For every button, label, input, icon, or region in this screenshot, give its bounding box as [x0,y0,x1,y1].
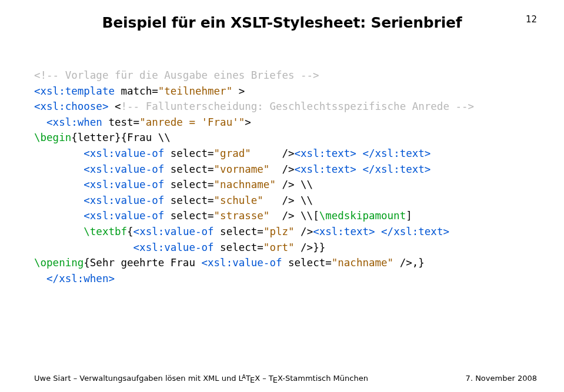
code-plain: { [127,226,134,237]
code-comment: <!-- Vorlage für die Ausgabe eines Brief… [34,69,319,81]
slide: Beispiel für ein XSLT-Stylesheet: Serien… [0,0,564,392]
code-comment: !-- Fallunterscheidung: Geschlechtsspezi… [121,100,475,112]
code-plain [34,163,84,175]
page-number: 12 [526,14,537,25]
code-tag: <xsl:value-of [134,226,214,237]
code-plain [34,148,84,159]
latex-logo: LA [239,374,246,383]
code-string: "ort" [263,242,295,253]
code-plain [34,226,84,237]
code-plain [34,116,46,128]
code-plain [34,273,46,284]
code-plain [34,179,84,190]
code-tag: <xsl:value-of [84,210,164,222]
code-plain: test= [102,116,139,128]
code-plain [34,195,84,206]
code-plain: ] [406,210,412,222]
code-string: "grad" [214,148,251,159]
code-plain: match= [115,85,158,97]
code-func: \opening [34,257,84,269]
code-plain: > [245,116,251,128]
code-tag: <xsl:value-of [201,257,282,269]
code-plain: /> [269,163,294,175]
code-tag: <xsl:when [46,116,102,128]
code-func: \textbf [84,226,127,237]
code-plain: /> [295,226,313,237]
code-plain [375,226,382,237]
code-plain: select= [214,242,263,253]
code-plain: select= [164,195,213,206]
code-string: "nachname" [332,257,393,269]
footer: Uwe Siart – Verwaltungsaufgaben lösen mi… [34,374,537,383]
code-string: "plz" [263,226,295,237]
code-string: "schule" [214,195,263,206]
code-string: "vorname" [214,163,270,175]
code-plain: < [108,100,121,112]
code-plain: />,} [393,257,425,269]
code-tag: <xsl:choose> [34,100,108,112]
tex-logo: TE [246,374,255,383]
code-plain: > [232,85,245,97]
code-plain: select= [164,179,213,190]
code-tag: <xsl:value-of [84,148,164,159]
footer-author: Uwe Siart – Verwaltungsaufgaben lösen mi… [34,374,239,383]
code-string: "anrede = 'Frau'" [139,116,245,128]
code-plain: select= [214,226,263,237]
code-tag: <xsl:text> [295,148,356,159]
code-plain: select= [164,163,213,175]
code-string: "teilnehmer" [158,85,232,97]
slide-title: Beispiel für ein XSLT-Stylesheet: Serien… [34,14,530,31]
code-string: "strasse" [214,210,270,222]
code-plain: select= [164,210,213,222]
code-tag: <xsl:value-of [134,242,214,253]
footer-left: Uwe Siart – Verwaltungsaufgaben lösen mi… [34,374,368,383]
code-plain [34,210,84,222]
footer-date: 7. November 2008 [466,374,537,383]
code-tag: <xsl:template [34,85,115,97]
code-tag: </xsl:text> [362,163,430,175]
code-plain [356,163,363,175]
tex-logo: TE [269,374,278,383]
code-plain [356,148,363,159]
code-plain: /> [251,148,295,159]
code-tag: </xsl:text> [381,226,449,237]
code-listing: <!-- Vorlage für die Ausgabe eines Brief… [34,68,530,286]
code-plain: /> \\ [276,179,313,190]
code-tag: <xsl:text> [295,163,356,175]
code-tag: </xsl:text> [362,148,430,159]
code-tag: <xsl:value-of [84,195,164,206]
code-plain: /> \\ [263,195,313,206]
code-tag: <xsl:value-of [84,179,164,190]
code-plain: />}} [295,242,326,253]
code-tag: <xsl:text> [313,226,375,237]
code-func: \begin [34,132,71,143]
code-tag: <xsl:value-of [84,163,164,175]
code-plain: select= [164,148,213,159]
code-plain: {Sehr geehrte Frau [84,257,201,269]
code-plain: {letter}{Frau \\ [71,132,171,143]
code-plain: select= [282,257,331,269]
code-tag: </xsl:when> [46,273,115,284]
code-string: "nachname" [214,179,276,190]
code-func: \medskipamount [319,210,406,222]
code-plain: /> \\[ [269,210,319,222]
code-plain [34,242,134,253]
